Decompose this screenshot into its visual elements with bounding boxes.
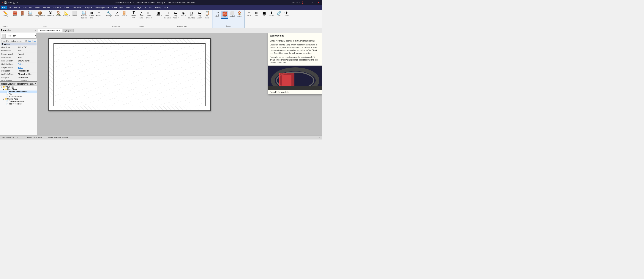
prop-row-orientation: Orientation Project North: [1, 69, 36, 73]
quick-access-settings[interactable]: ⚙: [16, 1, 18, 4]
ribbon-btn-column[interactable]: 🏛 Column ▾: [46, 10, 55, 17]
menu-view[interactable]: View: [124, 6, 132, 9]
menu-add-ins[interactable]: Add-Ins: [143, 6, 153, 9]
tab-bottom-container-close[interactable]: ✕: [59, 30, 60, 31]
menu-architecture[interactable]: Architecture: [8, 6, 22, 9]
quick-access-undo[interactable]: ↩: [8, 1, 10, 4]
menu-modify[interactable]: Modify: [153, 6, 162, 9]
minimize-button[interactable]: —: [306, 1, 310, 4]
menu-file[interactable]: File: [1, 6, 7, 9]
ribbon-btn-stair[interactable]: 🪜 Stair ▾: [121, 10, 128, 17]
menu-massing-site[interactable]: Massing & Site: [94, 6, 110, 9]
area-boundary-icon: ◻: [190, 11, 193, 15]
ribbon-btn-railing[interactable]: 🔧 Railing ▾: [105, 10, 113, 17]
ribbon-btn-tag-area[interactable]: 🏷 TagArea ▾: [196, 10, 203, 19]
stair-icon: 🪜: [122, 11, 126, 15]
ribbon-btn-component[interactable]: 📦 Component ▾: [34, 10, 46, 17]
tree-item-top-container[interactable]: 📄 Top of container: [0, 95, 37, 98]
ribbon-btn-floor[interactable]: ⬜ Floor ▾: [71, 10, 78, 17]
ribbon-btn-by-face[interactable]: 📋 ByFace: [204, 10, 211, 19]
tree-item-site[interactable]: 📄 Site: [0, 93, 37, 95]
ribbon-group-curtain: 🪟 CurtainSystem ⊞ CurtainGrid ━ Mullion: [80, 10, 104, 28]
ribbon-btn-room-separator[interactable]: ⊟ RoomSeparator: [163, 10, 172, 19]
tooltip-line3: For walls, you can create rectangular op…: [270, 56, 320, 64]
ribbon-btn-ceiling[interactable]: 📐 Ceiling ▾: [62, 10, 70, 17]
tree-item-ceiling-bottom[interactable]: 📄 Bottom of container: [0, 100, 37, 103]
project-browser-close-icon[interactable]: ✕: [34, 83, 36, 85]
ribbon-group-model: T ModelText ╱ ModelLine ⊞ ModelGroup ▾ M…: [129, 10, 154, 28]
tooltip-f1-help: Press F1 for more help: [268, 90, 322, 94]
by-face-icon: 📋: [205, 11, 210, 15]
menu-precast[interactable]: Precast: [41, 6, 51, 9]
ribbon-btn-shaft[interactable]: ⬚ Shaft: [214, 11, 221, 18]
type-dropdown[interactable]: Floor Plan: [7, 35, 34, 37]
edit-type-link[interactable]: Edit Type: [28, 40, 36, 42]
menu-manage[interactable]: Manage: [132, 6, 143, 9]
canvas-area[interactable]: ⊕ + - ⬛ ◎ Wall Opening Cuts a rectangula…: [37, 33, 322, 135]
graphic-display-edit-link[interactable]: Edit...: [18, 66, 36, 68]
type-selector[interactable]: ⬜ Floor Plan ▾: [1, 33, 36, 38]
properties-close-icon[interactable]: ✕: [35, 29, 36, 31]
project-browser-header[interactable]: Project Browser - Temporary Contai... ✕: [0, 82, 37, 86]
ribbon-group-room-area: ▣ Room ▾ ⊟ RoomSeparator 🏷 TagRoom ▾ ◈ A…: [154, 10, 212, 28]
model-text-icon: T: [133, 11, 135, 14]
ribbon-btn-curtain-system[interactable]: 🪟 CurtainSystem: [80, 10, 88, 19]
wall-icon: 🧱: [13, 11, 17, 15]
dormer-icon: 🏠: [237, 11, 242, 15]
menu-collaborate[interactable]: Collaborate: [111, 6, 124, 9]
help-icon[interactable]: ❓: [301, 1, 304, 4]
visibility-edit-link[interactable]: Edit...: [18, 63, 36, 65]
ribbon-btn-model-line[interactable]: ╱ ModelLine: [138, 10, 145, 19]
graphics-section-header[interactable]: Graphics: [1, 43, 36, 45]
ribbon-btn-wall-opening[interactable]: 🧱 Wall: [221, 11, 228, 19]
tree-item-views-all[interactable]: ▼ 📁 Views (all): [0, 86, 37, 88]
ribbon-btn-vertical[interactable]: ⬜ Vertical: [228, 11, 236, 18]
tab-3d-close[interactable]: ✕: [70, 30, 72, 31]
ribbon-btn-model-text[interactable]: T ModelText: [130, 10, 137, 19]
ribbon-btn-wall[interactable]: 🧱 Wall ▾: [11, 10, 18, 17]
ribbon-btn-door[interactable]: 🚪 Door: [19, 10, 26, 17]
ribbon-btn-grid[interactable]: ⊞ Grid: [253, 10, 260, 17]
menu-annotate[interactable]: Annotate: [71, 6, 82, 9]
menu-structure[interactable]: Structure: [22, 6, 33, 9]
tree-item-ceiling-top[interactable]: 📄 Top of container: [0, 103, 37, 105]
maximize-button[interactable]: □: [312, 1, 315, 4]
ribbon-btn-mullion[interactable]: ━ Mullion: [96, 10, 102, 17]
type-dropdown-arrow[interactable]: ▾: [35, 35, 36, 37]
ribbon-btn-viewer[interactable]: 👁 Viewer: [283, 10, 290, 17]
ribbon-btn-area-boundary[interactable]: ◻ AreaBoundary: [187, 10, 196, 19]
ribbon-btn-ramp[interactable]: ↗ Ramp: [113, 10, 120, 17]
ribbon-btn-tag-room[interactable]: 🏷 TagRoom ▾: [172, 10, 180, 19]
tooltip-line1: Cuts a rectangular opening in a straight…: [270, 39, 320, 42]
ribbon-btn-model-group[interactable]: ⊞ ModelGroup ▾: [145, 10, 153, 19]
menu-gear[interactable]: ⚙ ▾: [163, 6, 170, 9]
ribbon-btn-window[interactable]: 🪟 Window: [26, 10, 34, 17]
model-group-label: Model: [139, 25, 144, 27]
menu-analyze[interactable]: Analyze: [83, 6, 93, 9]
window-icon: 🪟: [28, 11, 32, 15]
ribbon-btn-room[interactable]: ▣ Room ▾: [155, 10, 162, 17]
tree-item-floor-plans[interactable]: ▼ 📁 Floor Plans: [0, 88, 37, 90]
ribbon-btn-dormer[interactable]: 🏠 Dormer: [236, 11, 243, 18]
quick-access-print[interactable]: 🖨: [13, 1, 15, 4]
ribbon-btn-curtain-grid[interactable]: ⊞ CurtainGrid: [88, 10, 95, 19]
tree-item-bottom-container[interactable]: 📄 Bottom of container: [0, 90, 37, 93]
ribbon-btn-ref-plane[interactable]: ▣ Set: [260, 10, 268, 17]
ribbon-btn-modify[interactable]: ✏️ Modify: [2, 10, 9, 17]
menu-systems[interactable]: Systems: [52, 6, 62, 9]
ribbon-btn-roof[interactable]: 🏠 Roof ▾: [55, 10, 62, 17]
close-button[interactable]: ✕: [316, 1, 320, 4]
status-right-icons[interactable]: ⚙: [319, 137, 320, 139]
quick-access-redo[interactable]: ↪: [10, 1, 12, 4]
menu-steel[interactable]: Steel: [33, 6, 41, 9]
tree-item-ceiling-plans[interactable]: ▼ 📁 Ceiling Plans: [0, 98, 37, 100]
menu-insert[interactable]: Insert: [63, 6, 71, 9]
prop-row-scale-value: Scale Value 1:96: [1, 49, 36, 52]
quick-access-save[interactable]: 💾: [4, 1, 7, 4]
tab-bottom-container[interactable]: Bottom of container ✕: [38, 29, 62, 32]
ribbon-btn-level[interactable]: ━ Level: [246, 10, 253, 17]
ribbon-btn-ref[interactable]: 🔗 Ref: [276, 10, 282, 17]
tab-3d[interactable]: (3D) ✕: [63, 29, 74, 32]
ribbon-btn-show[interactable]: 👁 Show: [268, 10, 275, 17]
ribbon-btn-area[interactable]: ◈ Area ▾: [180, 10, 187, 17]
